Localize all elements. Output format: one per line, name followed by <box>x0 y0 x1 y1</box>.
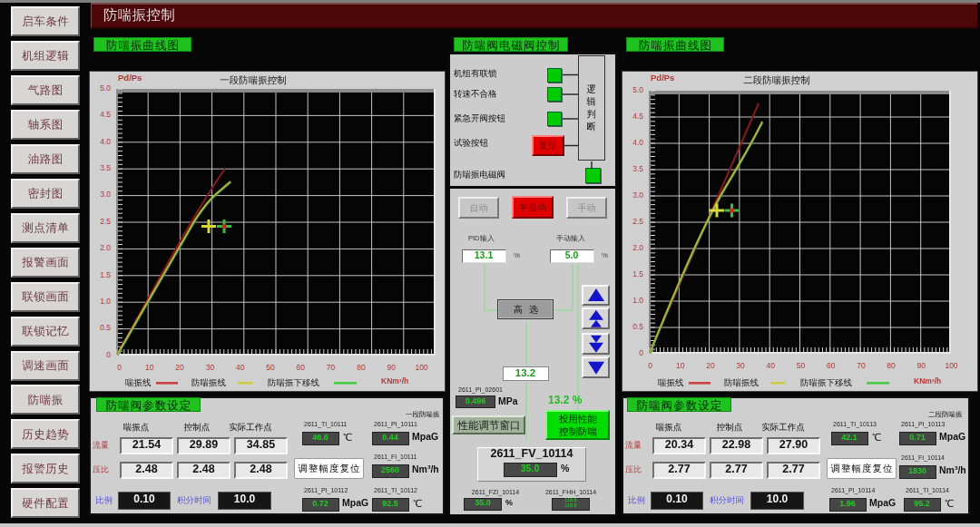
svg-text:1.5: 1.5 <box>100 270 111 279</box>
svg-text:0.5: 0.5 <box>632 322 643 331</box>
svg-text:118.8: 118.8 <box>564 503 576 508</box>
svg-text:2.48: 2.48 <box>250 463 271 475</box>
svg-text:0: 0 <box>639 348 643 357</box>
svg-text:42.1: 42.1 <box>841 433 858 442</box>
svg-text:2.5: 2.5 <box>632 217 643 226</box>
svg-text:2611_TI_10114: 2611_TI_10114 <box>906 487 949 494</box>
svg-text:MPa: MPa <box>498 395 518 406</box>
svg-text:10: 10 <box>676 361 685 370</box>
svg-text:20.34: 20.34 <box>665 438 693 451</box>
svg-text:2611_FI_10114: 2611_FI_10114 <box>901 454 945 462</box>
svg-text:MpaG: MpaG <box>412 431 438 442</box>
svg-text:30: 30 <box>206 363 215 372</box>
svg-text:PID: PID <box>468 234 480 242</box>
svg-text:80: 80 <box>357 363 366 372</box>
svg-text:2611_TI_10113: 2611_TI_10113 <box>833 421 877 428</box>
svg-text:90: 90 <box>917 361 926 370</box>
svg-text:90: 90 <box>387 363 396 372</box>
svg-text:2611_FV_10114: 2611_FV_10114 <box>490 447 573 460</box>
svg-text:1830: 1830 <box>908 466 926 475</box>
svg-text:29.89: 29.89 <box>190 438 218 451</box>
svg-text:0.71: 0.71 <box>909 433 926 442</box>
svg-text:50: 50 <box>266 363 275 372</box>
svg-text:20: 20 <box>706 361 715 370</box>
svg-text:70: 70 <box>327 363 336 372</box>
svg-text:0.496: 0.496 <box>466 396 486 405</box>
svg-text:2611_PI_10112: 2611_PI_10112 <box>304 487 348 494</box>
svg-text:2.77: 2.77 <box>725 463 747 475</box>
svg-text:40: 40 <box>767 361 776 370</box>
svg-text:Pd/Ps: Pd/Ps <box>118 73 142 83</box>
svg-text:0: 0 <box>117 363 122 372</box>
svg-text:2611_PI_10114: 2611_PI_10114 <box>831 487 876 494</box>
svg-text:13.2 %: 13.2 % <box>548 394 583 406</box>
svg-text:30: 30 <box>736 361 745 370</box>
svg-text:92.5: 92.5 <box>382 499 398 508</box>
svg-text:0.5: 0.5 <box>100 323 111 332</box>
svg-text:10.0: 10.0 <box>234 493 256 505</box>
svg-text:1.96: 1.96 <box>839 499 856 508</box>
svg-text:1.0: 1.0 <box>632 296 643 305</box>
svg-text:100: 100 <box>415 363 427 372</box>
svg-text:2.77: 2.77 <box>782 463 804 475</box>
svg-text:95.2: 95.2 <box>914 499 930 508</box>
svg-text:2.0: 2.0 <box>632 243 643 252</box>
svg-text:0: 0 <box>648 361 652 370</box>
svg-text:118.8: 118.8 <box>564 497 576 503</box>
svg-text:MpaG: MpaG <box>869 497 896 508</box>
svg-text:5.0: 5.0 <box>632 85 643 94</box>
svg-text:Nm³/h: Nm³/h <box>939 464 966 475</box>
svg-text:13.1: 13.1 <box>475 249 494 260</box>
svg-text:4.0: 4.0 <box>632 138 643 147</box>
svg-text:%: % <box>514 251 520 259</box>
svg-text:2611_FZI_10114: 2611_FZI_10114 <box>472 489 519 496</box>
svg-text:KNm³/h: KNm³/h <box>914 376 941 385</box>
svg-text:MpaG: MpaG <box>342 497 368 508</box>
svg-text:5.0: 5.0 <box>100 83 111 93</box>
svg-text:40: 40 <box>236 363 245 372</box>
svg-text:2560: 2560 <box>381 465 399 474</box>
svg-text:MpaG: MpaG <box>939 431 965 442</box>
svg-text:2.77: 2.77 <box>668 463 690 475</box>
svg-text:3.0: 3.0 <box>100 190 111 199</box>
svg-text:%: % <box>561 463 570 473</box>
svg-text:100: 100 <box>945 361 957 370</box>
svg-text:3.5: 3.5 <box>100 163 111 172</box>
svg-text:60: 60 <box>297 363 306 372</box>
svg-text:2611_FHH_10114: 2611_FHH_10114 <box>545 489 596 496</box>
svg-text:0.72: 0.72 <box>312 499 328 508</box>
svg-text:1.5: 1.5 <box>632 269 643 278</box>
svg-text:50: 50 <box>797 361 806 370</box>
svg-text:13.2: 13.2 <box>515 367 535 378</box>
svg-text:%: % <box>505 498 513 507</box>
svg-text:2.48: 2.48 <box>135 463 157 475</box>
svg-text:22.98: 22.98 <box>722 438 750 451</box>
svg-text:2.5: 2.5 <box>100 217 111 226</box>
svg-text:0: 0 <box>106 350 111 359</box>
svg-text:4.5: 4.5 <box>100 110 111 119</box>
svg-text:46.6: 46.6 <box>312 433 328 442</box>
svg-text:2.0: 2.0 <box>100 243 111 252</box>
svg-text:2611_PI_10111: 2611_PI_10111 <box>374 421 417 428</box>
svg-text:0.44: 0.44 <box>382 433 398 442</box>
svg-text:10: 10 <box>145 363 154 372</box>
svg-text:2611_PI_02601: 2611_PI_02601 <box>458 386 503 394</box>
svg-text:35.0: 35.0 <box>521 463 540 473</box>
svg-text:5.0: 5.0 <box>565 249 579 260</box>
svg-text:2611_TI_10112: 2611_TI_10112 <box>374 487 417 494</box>
svg-text:2611_TI_10111: 2611_TI_10111 <box>304 421 348 428</box>
svg-text:3.5: 3.5 <box>632 164 643 173</box>
svg-text:34.85: 34.85 <box>247 438 275 451</box>
svg-text:KNm³/h: KNm³/h <box>381 376 408 385</box>
svg-text:2611_PI_10113: 2611_PI_10113 <box>901 421 946 428</box>
svg-text:0.10: 0.10 <box>666 493 688 505</box>
svg-text:Pd/Ps: Pd/Ps <box>651 73 674 83</box>
svg-text:20: 20 <box>175 363 184 372</box>
svg-text:70: 70 <box>857 361 866 370</box>
svg-text:21.54: 21.54 <box>132 438 161 451</box>
svg-text:27.90: 27.90 <box>779 438 808 451</box>
svg-text:3.0: 3.0 <box>632 190 643 200</box>
svg-text:%: % <box>602 251 608 259</box>
svg-text:2611_FI_10111: 2611_FI_10111 <box>374 454 417 461</box>
svg-text:Nm³/h: Nm³/h <box>412 464 439 474</box>
